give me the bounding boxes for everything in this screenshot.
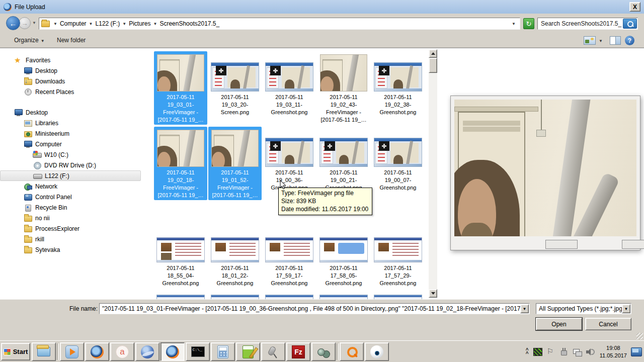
greenshot-tray-icon[interactable] <box>533 348 542 356</box>
taskbar-button-firefox-active[interactable] <box>160 342 185 361</box>
sidebar-item-favorites[interactable]: ★Favorites <box>0 55 149 65</box>
window-title: File Upload <box>15 4 45 11</box>
file-item[interactable]: 2017-05-11 19_03_20-Screen.png <box>208 51 262 125</box>
vertical-scrollbar[interactable] <box>429 49 437 298</box>
file-item[interactable]: 2017-05-11 19_02_18-FreeVimager - [2017-… <box>154 127 207 200</box>
refresh-button[interactable]: ↻ <box>523 18 534 29</box>
taskbar-button-red-a-app[interactable]: a <box>110 342 134 361</box>
combo-dropdown-icon[interactable]: ▼ <box>622 304 630 313</box>
file-item[interactable]: 2017-05-11 18_01_22-Greenshot.png <box>208 222 262 283</box>
sidebar-item-desktop-root[interactable]: Desktop <box>0 107 149 118</box>
file-item[interactable]: 2017-05-11 19_02_43-FreeVimager - [2017-… <box>317 51 370 125</box>
views-icon[interactable] <box>584 36 596 45</box>
taskbar-button-binoculars[interactable] <box>311 342 336 361</box>
file-item[interactable]: 2017-05-11 19_03_11-Greenshot.png <box>263 51 316 125</box>
nav-history-dropdown-icon[interactable]: ▼ <box>32 21 36 25</box>
taskbar-button-calculator[interactable] <box>211 342 235 361</box>
show-desktop-button[interactable] <box>631 347 642 356</box>
breadcrumb-pictures[interactable]: Pictures <box>129 20 150 27</box>
taskbar-button-filezilla[interactable]: Fz <box>286 342 310 361</box>
sidebar-item-recent-places[interactable]: Recent Places <box>0 86 149 97</box>
sidebar-item-computer[interactable]: Computer <box>0 139 149 149</box>
sidebar-item-recycle-bin[interactable]: Recycle Bin <box>0 202 149 213</box>
taskbar-button-webcam-app[interactable] <box>365 342 389 361</box>
file-item[interactable]: 2017-05-11 17_58_05-Greenshot.png <box>317 222 370 283</box>
network-tray-icon[interactable] <box>573 348 582 356</box>
forward-button[interactable]: → <box>19 17 31 29</box>
search-icon[interactable] <box>623 19 637 29</box>
breadcrumb-screenshoots[interactable]: ScreenShoots2017.5_ <box>159 20 219 27</box>
combo-dropdown-icon[interactable]: ▼ <box>520 304 529 313</box>
sidebar-item-l122-f[interactable]: L122 (F:) <box>0 170 141 181</box>
taskbar-button-seamonkey[interactable] <box>135 342 159 361</box>
sidebar-item-processexplorer[interactable]: ProcessExplorer <box>0 223 149 234</box>
cancel-button[interactable]: Cancel <box>585 318 631 330</box>
filezilla-icon: Fz <box>292 345 305 358</box>
file-type-combobox[interactable]: All Supported Types (*.jpg;*.jpg ▼ <box>536 303 631 314</box>
help-icon[interactable]: ? <box>625 36 634 45</box>
file-name-combobox[interactable]: "2017-05-11 19_03_01-FreeVimager - [2017… <box>99 303 530 314</box>
taskbar-button-command-prompt[interactable]: C:\_ <box>186 342 210 361</box>
back-button[interactable]: ← <box>6 16 20 30</box>
file-item[interactable]: 2017-05-11 19_02_38-Greenshot.png <box>371 51 425 125</box>
webcam-button[interactable] <box>622 240 644 249</box>
sidebar-item-ministeerium[interactable]: Ministeerium <box>0 128 149 139</box>
hidden-icons-chevron[interactable]: ^^ <box>523 348 531 355</box>
views-dropdown-icon[interactable]: ▼ <box>599 39 603 43</box>
folder-icon <box>24 214 32 222</box>
sidebar-item-libraries[interactable]: Libraries <box>0 118 149 128</box>
open-button[interactable]: Open <box>536 318 582 330</box>
chevron-down-icon[interactable]: ▼ <box>87 22 96 26</box>
webcam-button[interactable] <box>545 240 578 249</box>
file-item[interactable]: 2017-05-11 17_59_17-Greenshot.png <box>263 222 316 283</box>
file-name-label: 2017-05-11 19_00_07-Greenshot.png <box>372 169 424 192</box>
chevron-down-icon[interactable]: ▼ <box>51 22 60 26</box>
red-a-icon: a <box>116 345 129 358</box>
browser-screenshot-thumbnail <box>211 237 259 262</box>
taskbar-button-notepad-plus-plus[interactable] <box>236 342 260 361</box>
taskbar-button-sound-recorder[interactable] <box>261 342 285 361</box>
media-player-icon <box>65 345 78 358</box>
chevron-down-icon[interactable]: ▼ <box>151 22 160 26</box>
start-button[interactable]: Start <box>1 343 30 360</box>
sidebar-item-control-panel[interactable]: Control Panel <box>0 192 149 202</box>
preview-pane-icon[interactable] <box>610 36 621 45</box>
remove-hardware-icon[interactable] <box>559 348 569 356</box>
sidebar-item-downloads[interactable]: Downloads <box>0 76 149 86</box>
file-item[interactable]: 2017-05-11 18_55_04-Greenshot.png <box>154 222 207 283</box>
taskbar-button-explorer[interactable] <box>32 342 56 361</box>
address-dropdown-icon[interactable]: ▼ <box>512 22 519 26</box>
scroll-up-button[interactable] <box>429 49 437 58</box>
scrollbar-thumb[interactable] <box>429 58 437 73</box>
sidebar-item-desktop[interactable]: Desktop <box>0 65 149 76</box>
taskbar-button-firefox[interactable] <box>85 342 109 361</box>
close-button[interactable]: X <box>629 2 640 12</box>
volume-icon[interactable] <box>586 348 595 356</box>
sidebar-item-rkill[interactable]: rkill <box>0 234 149 244</box>
taskbar-clock[interactable]: 19:08 11.05.2017 <box>600 344 627 359</box>
action-center-flag-icon[interactable] <box>546 348 555 356</box>
file-item[interactable]: 2017-05-11 17_57_29-Greenshot.png <box>371 222 425 283</box>
file-item[interactable]: 2017-05-11 19_01_52-FreeVimager - [2017-… <box>208 127 262 200</box>
search-box[interactable]: Search ScreenShoots2017.5_ <box>537 18 638 30</box>
sidebar-item-sytevaka[interactable]: Sytevaka <box>0 244 149 255</box>
scroll-down-button[interactable] <box>429 289 437 298</box>
file-name-input[interactable]: "2017-05-11 19_03_01-FreeVimager - [2017… <box>100 305 520 312</box>
search-input[interactable]: Search ScreenShoots2017.5_ <box>538 20 623 27</box>
breadcrumb[interactable]: ▼ Computer ▼ L122 (F:) ▼ Pictures ▼ Scre… <box>39 18 520 30</box>
resize-grip[interactable] <box>636 333 643 339</box>
breadcrumb-computer[interactable]: Computer <box>60 20 87 27</box>
new-folder-button[interactable]: New folder <box>57 37 86 44</box>
breadcrumb-drive[interactable]: L122 (F:) <box>96 20 120 27</box>
sidebar-item-no-nii[interactable]: no nii <box>0 213 149 223</box>
organize-menu[interactable]: Organize▼ <box>14 37 45 44</box>
chevron-down-icon[interactable]: ▼ <box>120 22 129 26</box>
taskbar-button-media-player[interactable] <box>60 342 84 361</box>
sidebar-item-network[interactable]: Network <box>0 181 149 192</box>
taskbar-button-magnifier[interactable] <box>340 342 364 361</box>
sidebar-item-w10-c[interactable]: W10 (C:) <box>0 149 149 160</box>
webcam-preview-window[interactable] <box>450 96 640 250</box>
sidebar-item-dvd-d[interactable]: DVD RW Drive (D:) <box>0 160 149 170</box>
file-item[interactable]: 2017-05-11 19_00_07-Greenshot.png <box>371 127 425 200</box>
file-item[interactable]: 2017-05-11 19_03_01-FreeVimager - [2017-… <box>154 51 207 125</box>
